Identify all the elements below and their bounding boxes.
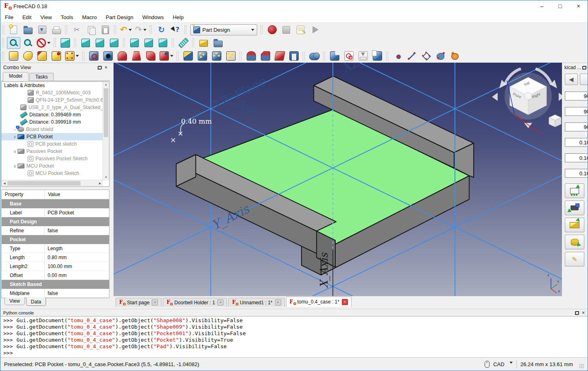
- scroll-left-icon[interactable]: ◀: [2, 182, 7, 185]
- doc-tab-start-page[interactable]: FStart page×: [116, 298, 162, 307]
- minimize-button[interactable]: –: [533, 0, 551, 12]
- property-row-length[interactable]: Length0.80 mm: [2, 253, 109, 262]
- tree-item-r-0402-1005metric-003[interactable]: R_0402_1005Metric_003: [2, 89, 109, 96]
- export-board-button[interactable]: [565, 218, 584, 232]
- view-left-button[interactable]: [156, 37, 170, 49]
- panel-tab-view[interactable]: View: [4, 297, 25, 305]
- property-value[interactable]: 100.00 mm: [45, 262, 109, 271]
- group-folder-button[interactable]: [211, 37, 225, 49]
- property-value[interactable]: 0.80 mm: [45, 253, 109, 262]
- pad-button[interactable]: [7, 50, 20, 62]
- scrollbar-thumb[interactable]: [7, 181, 81, 186]
- kicad-field-5[interactable]: [565, 153, 588, 162]
- menu-item-tools[interactable]: Tools: [56, 14, 77, 20]
- property-value[interactable]: Length: [45, 244, 109, 253]
- property-value[interactable]: PCB Pocket: [45, 208, 109, 217]
- polar-pattern-button[interactable]: [210, 50, 223, 62]
- tree-item-board-shield[interactable]: ›Board shield: [2, 126, 109, 133]
- property-row-type[interactable]: TypeLength: [2, 244, 109, 253]
- view-rear-button[interactable]: [128, 37, 141, 49]
- copy-button[interactable]: [84, 24, 98, 36]
- rectangle-button[interactable]: [420, 50, 433, 62]
- thickness-button[interactable]: [287, 50, 301, 62]
- kicad-field-6[interactable]: [565, 169, 588, 178]
- additive-primitive-button[interactable]: [64, 50, 80, 62]
- subtractive-loft-button[interactable]: [130, 50, 143, 62]
- open-file-button[interactable]: [21, 24, 35, 36]
- close-tab-icon[interactable]: ×: [275, 299, 281, 306]
- close-panel-icon[interactable]: ×: [582, 310, 585, 315]
- scroll-down-icon[interactable]: ▼: [105, 175, 107, 180]
- menu-item-help[interactable]: Help: [168, 14, 188, 20]
- menu-item-macro[interactable]: Macro: [78, 14, 101, 20]
- redo-button[interactable]: ↷: [134, 24, 148, 36]
- groove-button[interactable]: [116, 50, 129, 62]
- kicad-field-2[interactable]: [565, 107, 588, 116]
- view-front-button[interactable]: [79, 37, 92, 49]
- doc-tab-doorbell-holder-1[interactable]: FDoorbell Holder : 1×: [163, 298, 227, 307]
- fillet-button[interactable]: [245, 50, 258, 62]
- kicad-field-3[interactable]: [565, 122, 588, 131]
- tree-vertical-scrollbar[interactable]: ▲ ▼: [103, 82, 109, 180]
- external-geometry-button[interactable]: [434, 50, 447, 62]
- property-row-length2[interactable]: Length2100.00 mm: [2, 262, 109, 271]
- viewport-canvas[interactable]: [114, 63, 562, 296]
- new-file-button[interactable]: [7, 24, 20, 36]
- pocket-button[interactable]: [87, 50, 101, 62]
- line-button[interactable]: [405, 50, 419, 62]
- push-footprint-button[interactable]: [565, 183, 584, 198]
- scroll-up-icon[interactable]: ▲: [105, 82, 107, 87]
- print-button[interactable]: [50, 24, 63, 36]
- create-body-button[interactable]: [328, 50, 341, 62]
- boolean-button[interactable]: [308, 50, 321, 62]
- refresh-button[interactable]: ↻: [155, 24, 168, 36]
- view-top-button[interactable]: [93, 37, 107, 49]
- macro-edit-button[interactable]: [294, 24, 307, 36]
- additive-loft-button[interactable]: [35, 50, 49, 62]
- menu-item-view[interactable]: View: [36, 14, 56, 20]
- cut-button[interactable]: ✂: [70, 24, 83, 36]
- tree-item-pcb-pocket[interactable]: ∨PCB Pocket: [2, 133, 109, 140]
- maximize-button[interactable]: □: [551, 0, 569, 12]
- tree-item-mcu-pocket[interactable]: ∨MCU Pocket: [2, 162, 109, 170]
- scroll-right-icon[interactable]: ▶: [97, 182, 103, 185]
- create-sketch-button[interactable]: [342, 50, 356, 62]
- macro-record-button[interactable]: [265, 24, 279, 36]
- chevron-down-icon[interactable]: [509, 362, 513, 365]
- hole-button[interactable]: [101, 50, 115, 62]
- doc-tab-unnamed1-1[interactable]: FUnnamed1 : 1*×: [228, 298, 284, 307]
- whats-this-button[interactable]: ?: [169, 24, 182, 36]
- draw-style-button[interactable]: [35, 37, 52, 49]
- back-button[interactable]: ◀: [565, 74, 578, 85]
- float-panel-icon[interactable]: [582, 66, 586, 70]
- part-box-button[interactable]: [197, 37, 210, 49]
- doc-tab-tomu-0-4-case-1[interactable]: Ftomu_0.4_case : 1*×: [286, 297, 352, 307]
- property-value[interactable]: false: [45, 226, 109, 235]
- expander-icon[interactable]: ∨: [12, 135, 17, 139]
- workbench-selector[interactable]: Part Design: [190, 24, 257, 35]
- property-row-midplane[interactable]: Midplanefalse: [2, 289, 109, 298]
- tree-item-passives-pocket[interactable]: ∨Passives Pocket: [2, 148, 109, 155]
- close-tab-icon[interactable]: ×: [342, 299, 348, 305]
- tree-item-usb-2-0-type-a-dual-stacked-jac[interactable]: USB_2_0_type_A_Dual_Stacked_jac: [2, 104, 109, 111]
- measure-distance-button[interactable]: [177, 37, 190, 49]
- database-button[interactable]: [565, 235, 584, 249]
- kicad-stepup-button[interactable]: [448, 50, 461, 62]
- blank-button[interactable]: [580, 74, 588, 85]
- property-row-label[interactable]: LabelPCB Pocket: [2, 208, 109, 217]
- save-button[interactable]: [35, 24, 49, 36]
- tree-item-distance-0-399469-mm[interactable]: Distance: 0.399469 mm: [2, 111, 109, 118]
- property-value[interactable]: false: [45, 298, 109, 299]
- edit-button[interactable]: ✎: [565, 252, 584, 266]
- property-row-offset[interactable]: Offset0.00 mm: [2, 271, 109, 280]
- menu-item-part-design[interactable]: Part Design: [101, 14, 138, 20]
- tree-item-mcu-pocket-sketch[interactable]: MCU Pocket Sketch: [2, 170, 109, 177]
- property-value[interactable]: false: [45, 289, 109, 298]
- kicad-field-4[interactable]: [565, 138, 588, 147]
- expander-icon[interactable]: ∨: [12, 149, 17, 154]
- close-panel-icon[interactable]: ×: [105, 65, 107, 70]
- mirrored-button[interactable]: [181, 50, 195, 62]
- 3d-viewport[interactable]: YZ_Plane Z_Axis XZ_Plane Y_Axis X_Axis 0…: [114, 63, 562, 296]
- view-bottom-button[interactable]: [142, 37, 155, 49]
- resize-grip[interactable]: [579, 364, 584, 369]
